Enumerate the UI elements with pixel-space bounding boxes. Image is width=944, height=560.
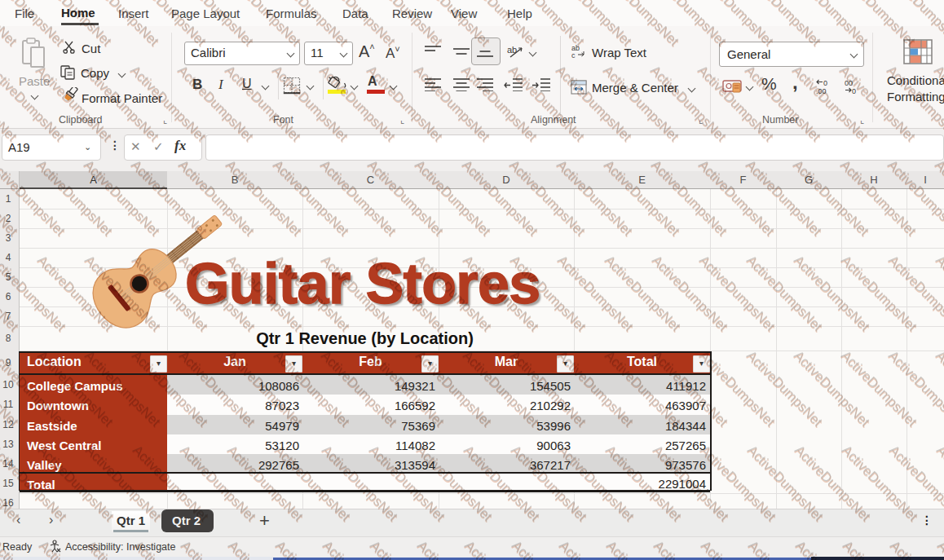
svg-text:00: 00 <box>845 79 853 87</box>
svg-text:0: 0 <box>852 87 856 95</box>
svg-text:.00: .00 <box>816 87 827 95</box>
svg-text:c: c <box>571 51 576 59</box>
svg-text:0: 0 <box>823 79 827 87</box>
